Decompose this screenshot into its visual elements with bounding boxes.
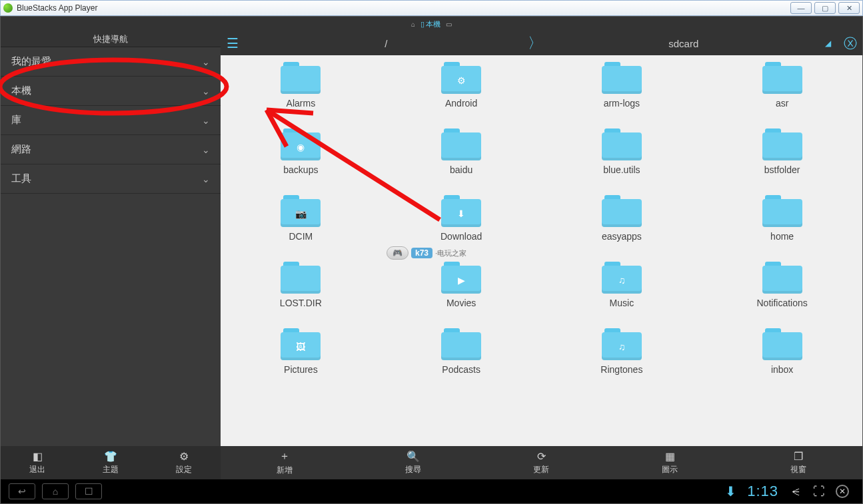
device-tab-active[interactable]: ▯ 本機 — [421, 19, 440, 29]
sidebar-item-label: 庫 — [11, 114, 21, 126]
minimize-button[interactable]: — — [790, 2, 812, 14]
toolbar-label: 新增 — [277, 465, 293, 476]
hamburger-icon[interactable]: ☰ — [221, 35, 245, 51]
folder-item[interactable]: blue.utils — [555, 128, 689, 175]
toolbar-label: 圖示 — [662, 464, 678, 475]
folder-badge-icon: ♫ — [618, 342, 626, 352]
folder-item[interactable]: Podcasts — [395, 328, 528, 375]
folder-item[interactable]: easyapps — [555, 195, 689, 242]
folder-item[interactable]: Notifications — [715, 262, 849, 308]
home-button[interactable]: ⌂ — [42, 483, 69, 499]
toolbar-搜尋[interactable]: 🔍搜尋 — [349, 446, 478, 479]
folder-icon — [441, 128, 481, 160]
folder-icon: ◉ — [281, 128, 321, 160]
folder-item[interactable]: arm-logs — [555, 62, 689, 109]
folder-item[interactable]: Alarms — [234, 62, 368, 109]
folder-label: inbox — [771, 364, 793, 375]
sidebar-item-1[interactable]: 本機⌄ — [1, 77, 221, 106]
toolbar-label: 設定 — [176, 464, 192, 475]
window-titlebar: BlueStacks App Player — ▢ ✕ — [0, 0, 863, 16]
toolbar-icon: 👕 — [104, 450, 117, 463]
folder-icon: 🖼 — [281, 328, 321, 360]
back-button[interactable]: ↩ — [9, 483, 35, 499]
toolbar-視窗[interactable]: ❐視窗 — [734, 446, 862, 479]
folder-label: Download — [440, 231, 482, 242]
folder-badge-icon: 📷 — [295, 208, 307, 219]
download-indicator-icon[interactable]: ⬇ — [725, 483, 736, 499]
toolbar-label: 退出 — [29, 464, 45, 475]
exit-icon[interactable]: ✕ — [836, 485, 849, 498]
device-tab-strip: ⌂ ▯ 本機 ▭ — [1, 17, 862, 31]
maximize-button[interactable]: ▢ — [814, 2, 836, 14]
toolbar-icon: ⟳ — [537, 450, 546, 463]
toolbar-主題[interactable]: 👕主題 — [74, 446, 147, 479]
path-current[interactable]: sdcard — [542, 38, 826, 49]
folder-item[interactable]: ⚙Android — [395, 62, 528, 109]
folder-item[interactable]: ♫Ringtones — [555, 328, 689, 375]
folder-item[interactable]: inbox — [715, 328, 849, 375]
toolbar-退出[interactable]: ◧退出 — [1, 446, 74, 479]
toolbar-label: 視窗 — [790, 464, 806, 475]
toolbar-圖示[interactable]: ▦圖示 — [606, 446, 734, 479]
home-tab-icon[interactable]: ⌂ — [411, 21, 415, 28]
sidebar-item-3[interactable]: 網路⌄ — [1, 135, 221, 164]
folder-icon — [602, 195, 642, 227]
sidebar-item-2[interactable]: 庫⌄ — [1, 106, 221, 135]
device-phone-icon: ▯ — [421, 20, 425, 29]
toolbar-icon: ＋ — [279, 449, 290, 463]
path-close-icon[interactable]: ⓧ — [838, 35, 862, 53]
folder-icon — [602, 128, 642, 160]
folder-item[interactable]: ♫Music — [555, 262, 689, 308]
toolbar-新增[interactable]: ＋新增 — [221, 446, 349, 479]
folder-label: blue.utils — [603, 164, 640, 175]
folder-label: Music — [610, 298, 634, 308]
app-logo-icon — [3, 3, 13, 13]
folder-item[interactable]: 🖼Pictures — [234, 328, 368, 375]
folder-badge-icon: ⚙ — [457, 75, 466, 86]
path-bar: ☰ / 〉 sdcard ◢ ⓧ — [221, 31, 862, 55]
folder-icon: ▶ — [441, 262, 481, 294]
folder-icon — [762, 62, 802, 94]
sidebar-item-4[interactable]: 工具⌄ — [1, 164, 221, 194]
folder-icon: ♫ — [602, 328, 642, 360]
bottom-toolbar: ◧退出👕主題⚙設定 ＋新增🔍搜尋⟳更新▦圖示❐視窗 — [1, 446, 862, 479]
fullscreen-icon[interactable]: ⛶ — [813, 485, 825, 499]
path-expand-icon[interactable]: ◢ — [825, 39, 838, 48]
toolbar-更新[interactable]: ⟳更新 — [477, 446, 606, 479]
chevron-down-icon: ⌄ — [202, 144, 210, 155]
share-icon[interactable]: ⪪ — [790, 485, 802, 499]
folder-item[interactable]: ▶Movies — [395, 262, 528, 308]
folder-item[interactable]: asr — [715, 62, 849, 109]
toolbar-icon: ⚙ — [179, 450, 189, 463]
toolbar-設定[interactable]: ⚙設定 — [147, 446, 221, 479]
chevron-down-icon: ⌄ — [202, 86, 210, 97]
folder-item[interactable]: bstfolder — [715, 128, 849, 175]
sidebar-item-0[interactable]: 我的最愛⌄ — [1, 47, 221, 77]
path-root[interactable]: / — [245, 38, 528, 49]
folder-item[interactable]: ◉backups — [234, 128, 368, 175]
toolbar-label: 主題 — [103, 464, 119, 475]
folder-icon: ⚙ — [441, 62, 481, 94]
chevron-down-icon: ⌄ — [202, 174, 210, 184]
close-window-button[interactable]: ✕ — [838, 2, 860, 14]
folder-label: Movies — [446, 298, 476, 308]
toolbar-label: 更新 — [533, 464, 549, 475]
folder-item[interactable]: 📷DCIM — [234, 195, 368, 242]
folder-badge-icon: 🖼 — [296, 342, 305, 352]
folder-item[interactable]: LOST.DIR — [234, 262, 368, 308]
folder-item[interactable]: ⬇Download — [395, 195, 528, 242]
sidebar-item-label: 工具 — [11, 172, 31, 185]
folder-icon — [762, 262, 802, 294]
recent-button[interactable]: ☐ — [75, 483, 102, 499]
folder-label: DCIM — [289, 231, 313, 242]
folder-item[interactable]: home — [715, 195, 849, 242]
folder-icon — [281, 62, 321, 94]
folder-icon — [441, 328, 481, 360]
folder-label: Pictures — [284, 364, 318, 375]
device-tabs: ⌂ ▯ 本機 ▭ — [411, 19, 452, 29]
extra-tab-icon[interactable]: ▭ — [446, 21, 452, 28]
folder-badge-icon: ◉ — [297, 142, 305, 152]
folder-item[interactable]: baidu — [395, 128, 528, 175]
toolbar-icon: 🔍 — [407, 450, 420, 463]
file-content: ☰ / 〉 sdcard ◢ ⓧ Alarms⚙Androidarm-logsa… — [221, 31, 862, 446]
